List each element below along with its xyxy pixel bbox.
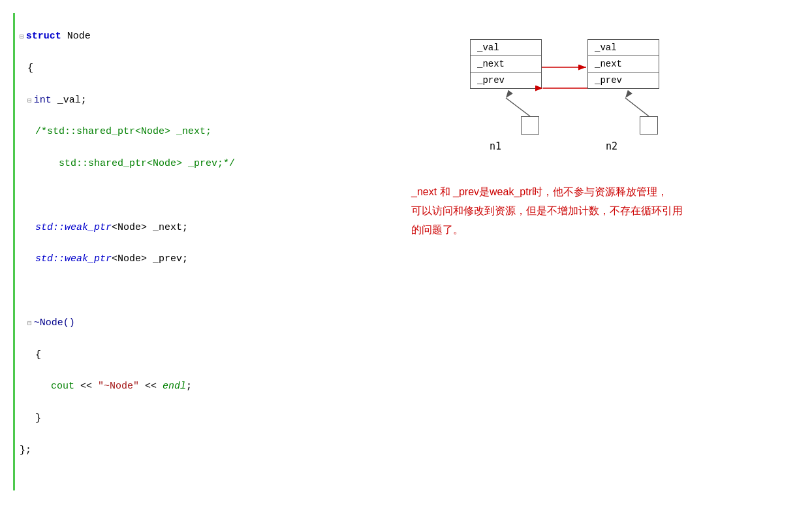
weak-prev-node: <Node> _prev; xyxy=(112,251,188,268)
left-panel: ⊟struct Node { ⊟int _val; /*std::shared_… xyxy=(0,7,392,512)
struct-border-line xyxy=(13,13,15,490)
cout-semi: ; xyxy=(186,379,192,395)
weak-prev-weak: weak_ptr xyxy=(65,251,112,268)
weak-next-node: <Node> _next; xyxy=(112,220,188,236)
val-decl: _val; xyxy=(52,93,87,109)
explanation-line3: 的问题了。 xyxy=(411,221,792,240)
cout-op1: << xyxy=(74,379,98,395)
diagram-area: _val _next _prev _val _next _prev n1 n2 xyxy=(411,20,692,163)
struct-keyword: struct xyxy=(26,29,61,45)
dtor-open-brace: { xyxy=(35,347,41,364)
weak-next-std: std:: xyxy=(35,220,65,236)
comment-shared-prev: std::shared_ptr<Node> _prev;*/ xyxy=(35,156,235,172)
open-brace-struct: { xyxy=(27,61,33,77)
func-code-block: void test_shared_ptr2() { /*std::shared_… xyxy=(20,504,379,513)
struct-close: }; xyxy=(20,443,31,459)
right-panel: _val _next _prev _val _next _prev n1 n2 xyxy=(392,7,812,512)
cout-op2: << xyxy=(139,379,163,395)
svg-line-6 xyxy=(625,98,649,116)
cout-keyword: cout xyxy=(51,379,74,395)
n2-label: n2 xyxy=(606,140,617,152)
node1-next: _next xyxy=(471,56,541,72)
struct-name: Node xyxy=(61,29,91,45)
dtor-close-brace: } xyxy=(35,411,41,427)
node1-val: _val xyxy=(471,40,541,56)
func-code-section: void test_shared_ptr2() { /*std::shared_… xyxy=(13,504,379,513)
explanation-line1: _next 和 _prev是weak_ptr时，他不参与资源释放管理， xyxy=(411,183,792,202)
node2-prev: _prev xyxy=(588,72,659,88)
main-container: ⊟struct Node { ⊟int _val; /*std::shared_… xyxy=(0,0,812,512)
weak-prev-std: std:: xyxy=(35,251,65,268)
collapse-int[interactable]: ⊟ xyxy=(27,95,32,106)
collapse-dtor[interactable]: ⊟ xyxy=(27,317,32,329)
explanation-text: _next 和 _prev是weak_ptr时，他不参与资源释放管理， 可以访问… xyxy=(411,183,792,239)
endl-keyword: endl xyxy=(163,379,186,395)
node1-box: _val _next _prev xyxy=(470,39,542,89)
comment-shared-next: /*std::shared_ptr<Node> _next; xyxy=(35,124,211,140)
dtor-name: ~Node() xyxy=(34,315,75,332)
explanation-line2: 可以访问和修改到资源，但是不增加计数，不存在循环引用 xyxy=(411,202,792,221)
node1-prev: _prev xyxy=(471,72,541,88)
node-string: "~Node" xyxy=(98,379,139,395)
collapse-struct[interactable]: ⊟ xyxy=(20,31,24,42)
n2-ref-box xyxy=(640,116,658,135)
node2-val: _val xyxy=(588,40,659,56)
int-keyword: int xyxy=(34,93,52,109)
struct-code-block: ⊟struct Node { ⊟int _val; /*std::shared_… xyxy=(20,13,379,490)
struct-code-section: ⊟struct Node { ⊟int _val; /*std::shared_… xyxy=(13,13,379,490)
n1-label: n1 xyxy=(490,140,501,152)
node2-next: _next xyxy=(588,56,659,72)
n1-ref-box xyxy=(521,116,539,135)
node2-box: _val _next _prev xyxy=(587,39,659,89)
weak-next-weak: weak_ptr xyxy=(65,220,112,236)
svg-line-5 xyxy=(506,98,530,116)
